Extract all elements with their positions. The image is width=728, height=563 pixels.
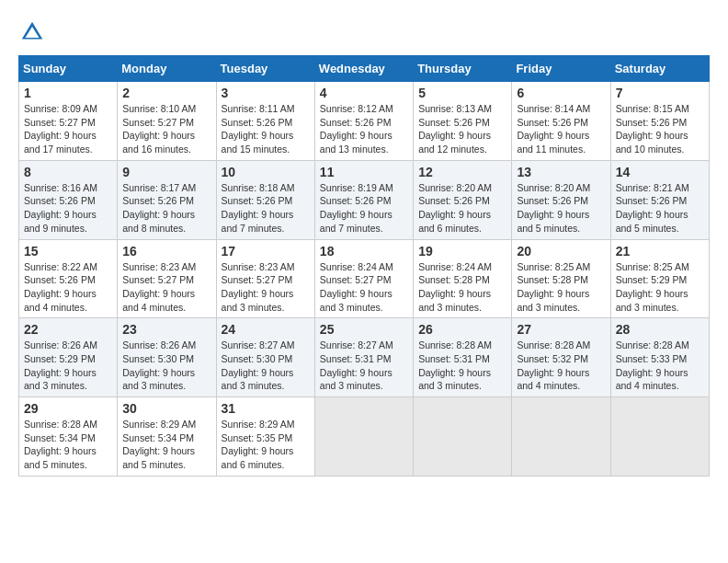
day-info: Sunrise: 8:20 AMSunset: 5:26 PMDaylight:… (418, 182, 492, 234)
day-info: Sunrise: 8:15 AMSunset: 5:26 PMDaylight:… (616, 103, 689, 155)
day-of-week-header: Saturday (610, 56, 709, 82)
day-info: Sunrise: 8:14 AMSunset: 5:26 PMDaylight:… (517, 103, 590, 155)
day-of-week-header: Monday (118, 56, 216, 82)
page-header (18, 18, 710, 46)
day-number: 2 (122, 86, 210, 100)
day-info: Sunrise: 8:13 AMSunset: 5:26 PMDaylight:… (418, 103, 492, 155)
day-number: 30 (122, 401, 210, 416)
calendar-day-cell (414, 397, 512, 477)
day-number: 18 (320, 244, 408, 259)
calendar-day-cell: 5 Sunrise: 8:13 AMSunset: 5:26 PMDayligh… (414, 82, 512, 161)
day-number: 29 (24, 401, 112, 416)
day-number: 8 (24, 165, 112, 179)
day-of-week-header: Thursday (414, 56, 512, 82)
day-info: Sunrise: 8:25 AMSunset: 5:29 PMDaylight:… (616, 261, 689, 313)
day-info: Sunrise: 8:21 AMSunset: 5:26 PMDaylight:… (616, 182, 689, 234)
day-info: Sunrise: 8:28 AMSunset: 5:33 PMDaylight:… (616, 339, 689, 391)
day-number: 27 (517, 322, 605, 337)
day-info: Sunrise: 8:26 AMSunset: 5:30 PMDaylight:… (122, 339, 196, 391)
day-info: Sunrise: 8:16 AMSunset: 5:26 PMDaylight:… (24, 182, 97, 234)
day-info: Sunrise: 8:23 AMSunset: 5:27 PMDaylight:… (222, 261, 295, 313)
calendar-day-cell (512, 397, 610, 477)
day-number: 13 (517, 165, 605, 179)
day-number: 24 (222, 322, 310, 337)
calendar-day-cell: 4 Sunrise: 8:12 AMSunset: 5:26 PMDayligh… (314, 82, 413, 161)
day-number: 21 (616, 244, 704, 259)
day-of-week-header: Wednesday (314, 56, 413, 82)
calendar-week-row: 15 Sunrise: 8:22 AMSunset: 5:26 PMDaylig… (19, 239, 710, 318)
day-info: Sunrise: 8:20 AMSunset: 5:26 PMDaylight:… (517, 182, 590, 234)
day-info: Sunrise: 8:28 AMSunset: 5:32 PMDaylight:… (517, 339, 590, 391)
calendar-day-cell: 9 Sunrise: 8:17 AMSunset: 5:26 PMDayligh… (118, 160, 216, 239)
day-info: Sunrise: 8:12 AMSunset: 5:26 PMDaylight:… (320, 103, 393, 155)
calendar-header-row: SundayMondayTuesdayWednesdayThursdayFrid… (19, 56, 710, 82)
day-number: 14 (616, 165, 704, 179)
day-of-week-header: Tuesday (216, 56, 314, 82)
day-number: 20 (517, 244, 605, 259)
day-number: 6 (517, 86, 605, 100)
day-info: Sunrise: 8:22 AMSunset: 5:26 PMDaylight:… (24, 261, 97, 313)
day-number: 26 (418, 322, 506, 337)
calendar-day-cell: 10 Sunrise: 8:18 AMSunset: 5:26 PMDaylig… (216, 160, 314, 239)
calendar-week-row: 22 Sunrise: 8:26 AMSunset: 5:29 PMDaylig… (19, 318, 710, 397)
calendar-day-cell: 6 Sunrise: 8:14 AMSunset: 5:26 PMDayligh… (512, 82, 610, 161)
calendar-week-row: 29 Sunrise: 8:28 AMSunset: 5:34 PMDaylig… (19, 397, 710, 477)
day-info: Sunrise: 8:17 AMSunset: 5:26 PMDaylight:… (122, 182, 196, 234)
calendar-day-cell: 12 Sunrise: 8:20 AMSunset: 5:26 PMDaylig… (414, 160, 512, 239)
day-number: 19 (418, 244, 506, 259)
day-number: 25 (320, 322, 408, 337)
calendar-day-cell: 22 Sunrise: 8:26 AMSunset: 5:29 PMDaylig… (19, 318, 118, 397)
calendar-day-cell: 24 Sunrise: 8:27 AMSunset: 5:30 PMDaylig… (216, 318, 314, 397)
day-number: 4 (320, 86, 408, 100)
calendar-day-cell: 14 Sunrise: 8:21 AMSunset: 5:26 PMDaylig… (610, 160, 709, 239)
day-number: 10 (222, 165, 310, 179)
day-number: 11 (320, 165, 408, 179)
day-number: 3 (222, 86, 310, 100)
day-info: Sunrise: 8:28 AMSunset: 5:31 PMDaylight:… (418, 339, 492, 391)
day-number: 5 (418, 86, 506, 100)
day-info: Sunrise: 8:25 AMSunset: 5:28 PMDaylight:… (517, 261, 590, 313)
calendar-day-cell: 21 Sunrise: 8:25 AMSunset: 5:29 PMDaylig… (610, 239, 709, 318)
calendar-day-cell: 25 Sunrise: 8:27 AMSunset: 5:31 PMDaylig… (314, 318, 413, 397)
logo-icon (18, 18, 46, 46)
calendar-day-cell: 15 Sunrise: 8:22 AMSunset: 5:26 PMDaylig… (19, 239, 118, 318)
day-info: Sunrise: 8:26 AMSunset: 5:29 PMDaylight:… (24, 339, 97, 391)
day-info: Sunrise: 8:29 AMSunset: 5:34 PMDaylight:… (122, 419, 196, 470)
day-info: Sunrise: 8:18 AMSunset: 5:26 PMDaylight:… (222, 182, 295, 234)
calendar-day-cell: 16 Sunrise: 8:23 AMSunset: 5:27 PMDaylig… (118, 239, 216, 318)
day-number: 7 (616, 86, 704, 100)
calendar-day-cell: 26 Sunrise: 8:28 AMSunset: 5:31 PMDaylig… (414, 318, 512, 397)
calendar-week-row: 8 Sunrise: 8:16 AMSunset: 5:26 PMDayligh… (19, 160, 710, 239)
day-info: Sunrise: 8:11 AMSunset: 5:26 PMDaylight:… (222, 103, 295, 155)
calendar-day-cell (610, 397, 709, 477)
calendar-week-row: 1 Sunrise: 8:09 AMSunset: 5:27 PMDayligh… (19, 82, 710, 161)
day-info: Sunrise: 8:24 AMSunset: 5:27 PMDaylight:… (320, 261, 393, 313)
day-number: 1 (24, 86, 112, 100)
day-number: 22 (24, 322, 112, 337)
logo (18, 18, 50, 46)
day-number: 31 (222, 401, 310, 416)
day-of-week-header: Sunday (19, 56, 118, 82)
day-number: 23 (122, 322, 210, 337)
calendar-day-cell: 29 Sunrise: 8:28 AMSunset: 5:34 PMDaylig… (19, 397, 118, 477)
calendar-day-cell (314, 397, 413, 477)
day-info: Sunrise: 8:10 AMSunset: 5:27 PMDaylight:… (122, 103, 196, 155)
day-number: 15 (24, 244, 112, 259)
day-info: Sunrise: 8:27 AMSunset: 5:30 PMDaylight:… (222, 339, 295, 391)
day-info: Sunrise: 8:23 AMSunset: 5:27 PMDaylight:… (122, 261, 196, 313)
calendar-day-cell: 23 Sunrise: 8:26 AMSunset: 5:30 PMDaylig… (118, 318, 216, 397)
calendar-day-cell: 28 Sunrise: 8:28 AMSunset: 5:33 PMDaylig… (610, 318, 709, 397)
calendar-day-cell: 11 Sunrise: 8:19 AMSunset: 5:26 PMDaylig… (314, 160, 413, 239)
day-info: Sunrise: 8:27 AMSunset: 5:31 PMDaylight:… (320, 339, 393, 391)
calendar-day-cell: 30 Sunrise: 8:29 AMSunset: 5:34 PMDaylig… (118, 397, 216, 477)
calendar-day-cell: 7 Sunrise: 8:15 AMSunset: 5:26 PMDayligh… (610, 82, 709, 161)
calendar-day-cell: 8 Sunrise: 8:16 AMSunset: 5:26 PMDayligh… (19, 160, 118, 239)
day-number: 9 (122, 165, 210, 179)
calendar-day-cell: 27 Sunrise: 8:28 AMSunset: 5:32 PMDaylig… (512, 318, 610, 397)
day-number: 28 (616, 322, 704, 337)
calendar-day-cell: 2 Sunrise: 8:10 AMSunset: 5:27 PMDayligh… (118, 82, 216, 161)
day-info: Sunrise: 8:24 AMSunset: 5:28 PMDaylight:… (418, 261, 492, 313)
day-info: Sunrise: 8:28 AMSunset: 5:34 PMDaylight:… (24, 419, 97, 470)
calendar-day-cell: 1 Sunrise: 8:09 AMSunset: 5:27 PMDayligh… (19, 82, 118, 161)
day-info: Sunrise: 8:09 AMSunset: 5:27 PMDaylight:… (24, 103, 97, 155)
